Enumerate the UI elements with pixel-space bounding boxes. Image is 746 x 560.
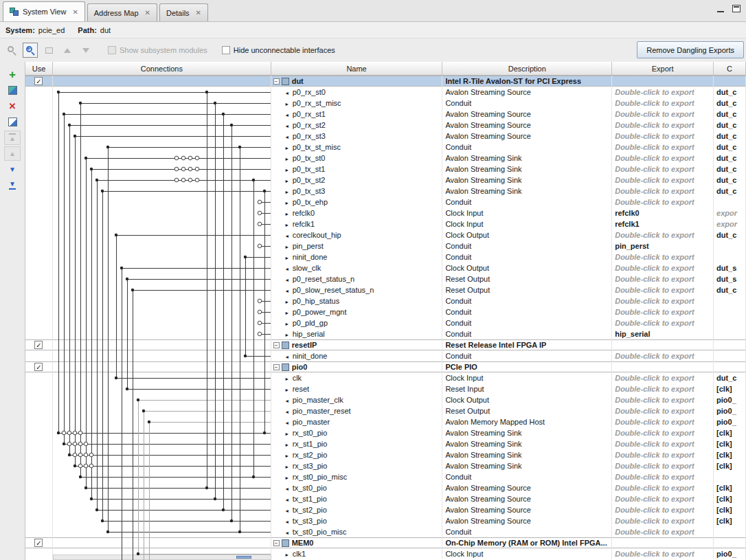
port-row-p0_rx_st0[interactable]: ◄p0_rx_st0Avalon Streaming SourceDouble-… <box>25 87 746 98</box>
port-row-p0_tx_st0[interactable]: ►p0_tx_st0Avalon Streaming SinkDouble-cl… <box>25 153 746 164</box>
export-cell[interactable] <box>612 361 714 372</box>
export-cell[interactable]: Double-click to export <box>612 120 714 131</box>
port-row-p0_power_mgnt[interactable]: ►p0_power_mgntConduitDouble-click to exp… <box>25 306 746 317</box>
port-row-p0_tx_ehp[interactable]: ►p0_tx_ehpConduitDouble-click to export <box>25 197 746 208</box>
port-row-clk[interactable]: ►clkClock InputDouble-click to exportdut… <box>25 372 746 383</box>
export-cell[interactable]: Double-click to export <box>612 482 714 493</box>
export-cell[interactable]: Double-click to export <box>612 372 714 383</box>
port-row-slow_clk[interactable]: ◄slow_clkClock OutputDouble-click to exp… <box>25 262 746 273</box>
export-cell[interactable]: Double-click to export <box>612 197 714 208</box>
col-header-clock[interactable]: C <box>714 62 746 75</box>
export-cell[interactable]: Double-click to export <box>612 449 714 460</box>
export-cell[interactable]: Double-click to export <box>612 526 714 537</box>
export-cell[interactable]: Double-click to export <box>612 383 714 394</box>
col-header-export[interactable]: Export <box>612 62 714 75</box>
connections-scrollbar[interactable] <box>53 555 271 560</box>
col-header-name[interactable]: Name <box>271 62 443 75</box>
move-top-icon[interactable]: ▲ <box>4 131 21 145</box>
use-checkbox[interactable]: ✓ <box>34 341 43 349</box>
export-cell[interactable]: Double-click to export <box>612 306 714 317</box>
float-window-icon[interactable] <box>732 5 741 12</box>
port-row-refclk0[interactable]: ►refclk0Clock Inputrefclk0expor <box>25 208 746 219</box>
port-row-p0_rx_st2[interactable]: ◄p0_rx_st2Avalon Streaming SourceDouble-… <box>25 120 746 131</box>
port-row-tx_st1_pio[interactable]: ◄tx_st1_pioAvalon Streaming SourceDouble… <box>25 493 746 504</box>
export-cell[interactable]: Double-click to export <box>612 273 714 284</box>
export-cell[interactable]: hip_serial <box>612 328 714 339</box>
export-cell[interactable]: Double-click to export <box>612 164 714 175</box>
export-cell[interactable]: Double-click to export <box>612 427 714 438</box>
export-cell[interactable]: Double-click to export <box>612 317 714 328</box>
port-row-p0_tx_st2[interactable]: ►p0_tx_st2Avalon Streaming SinkDouble-cl… <box>25 175 746 186</box>
move-down-icon[interactable] <box>78 43 93 58</box>
move-up-icon[interactable]: ▲ <box>4 146 21 161</box>
export-cell[interactable]: Double-click to export <box>612 471 714 482</box>
export-cell[interactable]: Double-click to export <box>612 175 714 186</box>
port-row-rx_st2_pio[interactable]: ►rx_st2_pioAvalon Streaming SinkDouble-c… <box>25 449 746 460</box>
use-checkbox[interactable]: ✓ <box>34 539 43 547</box>
connections-scrollbar-thumb[interactable] <box>236 556 251 559</box>
export-cell[interactable]: Double-click to export <box>612 142 714 153</box>
remove-icon[interactable]: ✕ <box>4 99 21 113</box>
col-header-connections[interactable]: Connections <box>53 62 271 75</box>
port-row-ninit_done[interactable]: ◄ninit_doneConduitDouble-click to export <box>25 350 746 361</box>
tab-address-map[interactable]: Address Map ✕ <box>87 3 157 21</box>
collapse-icon[interactable]: − <box>273 342 280 348</box>
module-row-pio0[interactable]: ✓−pio0PCIe PIO <box>25 361 746 372</box>
port-row-p0_tx_st1[interactable]: ►p0_tx_st1Avalon Streaming SinkDouble-cl… <box>25 164 746 175</box>
export-cell[interactable]: Double-click to export <box>612 493 714 504</box>
export-cell[interactable]: Double-click to export <box>612 350 714 361</box>
move-down-icon[interactable]: ▼ <box>4 162 21 177</box>
move-up-icon[interactable] <box>60 43 75 58</box>
port-row-tx_st0_pio[interactable]: ◄tx_st0_pioAvalon Streaming SourceDouble… <box>25 482 746 493</box>
collapse-icon[interactable]: − <box>273 364 280 370</box>
port-row-rx_st0_pio[interactable]: ►rx_st0_pioAvalon Streaming SinkDouble-c… <box>25 427 746 438</box>
port-row-pio_master[interactable]: ◄pio_masterAvalon Memory Mapped HostDoub… <box>25 416 746 427</box>
module-row-dut[interactable]: ✓−dutIntel R-Tile Avalon-ST for PCI Expr… <box>25 76 746 87</box>
export-cell[interactable]: Double-click to export <box>612 229 714 240</box>
port-row-p0_reset_status_n[interactable]: ◄p0_reset_status_nReset OutputDouble-cli… <box>25 273 746 284</box>
port-row-rx_st0_pio_misc[interactable]: ►rx_st0_pio_miscConduitDouble-click to e… <box>25 471 746 482</box>
export-cell[interactable]: refclk1 <box>612 219 714 229</box>
port-row-reset[interactable]: ►resetReset InputDouble-click to export[… <box>25 383 746 394</box>
module-row-MEM0[interactable]: ✓−MEM0On-Chip Memory (RAM or ROM) Intel … <box>25 537 746 548</box>
port-row-ninit_done[interactable]: ►ninit_doneConduitDouble-click to export <box>25 251 746 262</box>
export-cell[interactable] <box>612 339 714 350</box>
export-cell[interactable]: Double-click to export <box>612 504 714 515</box>
port-row-p0_rx_st3[interactable]: ◄p0_rx_st3Avalon Streaming SourceDouble-… <box>25 131 746 142</box>
port-row-hip_serial[interactable]: ►hip_serialConduithip_serial <box>25 328 746 339</box>
tab-close-icon[interactable]: ✕ <box>72 8 78 16</box>
use-checkbox[interactable]: ✓ <box>34 363 43 371</box>
hide-unconnectable-checkbox[interactable] <box>222 46 230 54</box>
port-row-p0_tx_st3[interactable]: ►p0_tx_st3Avalon Streaming SinkDouble-cl… <box>25 186 746 197</box>
show-subsystem-checkbox[interactable] <box>108 46 116 54</box>
port-row-tx_st2_pio[interactable]: ◄tx_st2_pioAvalon Streaming SourceDouble… <box>25 504 746 515</box>
port-row-p0_hip_status[interactable]: ►p0_hip_statusConduitDouble-click to exp… <box>25 295 746 306</box>
export-cell[interactable]: Double-click to export <box>612 109 714 120</box>
add-component-icon[interactable]: + <box>4 67 21 82</box>
export-cell[interactable]: Double-click to export <box>612 251 714 262</box>
add-connection-icon[interactable] <box>4 83 21 98</box>
export-cell[interactable]: Double-click to export <box>612 186 714 197</box>
export-cell[interactable]: Double-click to export <box>612 284 714 295</box>
remove-dangling-exports-button[interactable]: Remove Dangling Exports <box>637 41 744 58</box>
export-cell[interactable] <box>612 537 714 548</box>
port-row-p0_rx_st_misc[interactable]: ►p0_rx_st_miscConduitDouble-click to exp… <box>25 98 746 109</box>
export-cell[interactable]: refclk0 <box>612 208 714 219</box>
export-cell[interactable]: Double-click to export <box>612 394 714 405</box>
export-cell[interactable]: Double-click to export <box>612 460 714 471</box>
port-row-tx_st0_pio_misc[interactable]: ◄tx_st0_pio_miscConduitDouble-click to e… <box>25 526 746 537</box>
port-row-rx_st1_pio[interactable]: ►rx_st1_pioAvalon Streaming SinkDouble-c… <box>25 438 746 449</box>
port-row-p0_tx_st_misc[interactable]: ►p0_tx_st_miscConduitDouble-click to exp… <box>25 142 746 153</box>
port-row-rx_st3_pio[interactable]: ►rx_st3_pioAvalon Streaming SinkDouble-c… <box>25 460 746 471</box>
col-header-description[interactable]: Description <box>442 62 612 75</box>
port-row-pio_master_reset[interactable]: ◄pio_master_resetReset OutputDouble-clic… <box>25 405 746 416</box>
export-cell[interactable]: Double-click to export <box>612 98 714 109</box>
port-row-p0_slow_reset_status_n[interactable]: ◄p0_slow_reset_status_nReset OutputDoubl… <box>25 284 746 295</box>
tab-close-icon[interactable]: ✕ <box>145 9 150 16</box>
col-header-use[interactable]: Use <box>25 62 53 75</box>
module-row-resetIP[interactable]: ✓−resetIPReset Release Intel FPGA IP <box>25 339 746 350</box>
export-cell[interactable]: Double-click to export <box>612 515 714 526</box>
export-cell[interactable]: Double-click to export <box>612 548 714 559</box>
tab-close-icon[interactable]: ✕ <box>196 9 201 16</box>
zoom-out-icon[interactable] <box>4 43 19 58</box>
